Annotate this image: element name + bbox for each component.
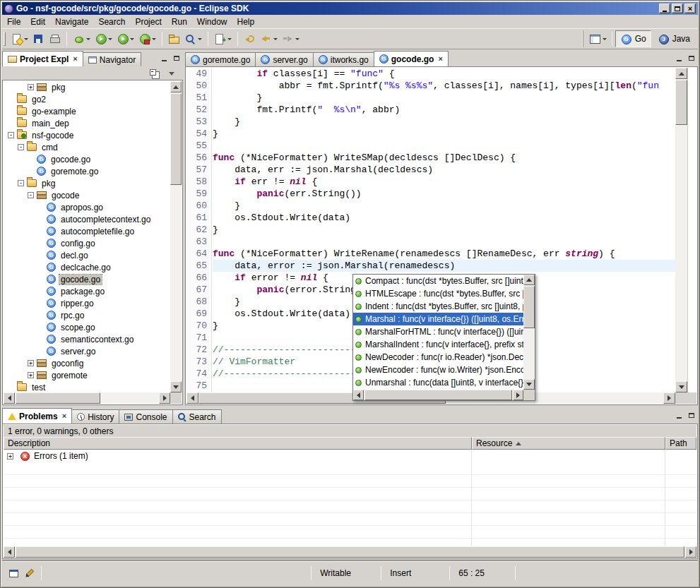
editor-tab-server-go[interactable]: server.go <box>255 52 313 66</box>
fast-view-button[interactable] <box>6 567 22 580</box>
tree-item-pkg[interactable]: -pkg <box>4 177 170 189</box>
view-tab-navigator[interactable]: Navigator <box>83 52 141 66</box>
view-tab-console[interactable]: Console <box>119 409 172 424</box>
dropdown-arrow-icon[interactable] <box>108 38 112 40</box>
menu-window[interactable]: Window <box>192 16 232 28</box>
tree-item-cmd[interactable]: -cmd <box>4 141 170 153</box>
editor-maximize-button[interactable] <box>686 54 696 63</box>
perspective-java[interactable]: Java <box>653 30 695 47</box>
tree-item-test[interactable]: test <box>4 381 170 392</box>
completion-newdecoder[interactable]: NewDecoder : func(r io.Reader) *json.Dec… <box>353 351 523 364</box>
scroll-down-button[interactable] <box>523 379 535 390</box>
back-button[interactable] <box>258 30 280 47</box>
title-bar[interactable]: Go - nsf-gocode/src/pkg/gocode/gocode.go… <box>2 2 698 15</box>
code-line-49[interactable]: if classes[i] == "func" { <box>213 68 675 80</box>
dropdown-arrow-icon[interactable] <box>130 38 134 40</box>
code-line-57[interactable]: data, err := json.Marshal(decldescs) <box>213 164 675 176</box>
scroll-up-button[interactable] <box>675 68 687 79</box>
scrollbar-thumb[interactable] <box>364 390 512 400</box>
scroll-down-button[interactable] <box>675 381 687 392</box>
completion-marshalindent[interactable]: MarshalIndent : func(v interface{}, pref… <box>353 338 523 351</box>
view-tab-problems[interactable]: Problems× <box>2 408 72 424</box>
maximize-button[interactable] <box>672 4 683 13</box>
popup-horizontal-scrollbar[interactable] <box>353 390 523 400</box>
editor-tab-itworks-go[interactable]: itworks.go <box>313 52 374 66</box>
scroll-up-button[interactable] <box>170 81 182 92</box>
problems-row[interactable]: +Errors (1 item) <box>4 450 696 462</box>
toolbar-grip[interactable] <box>4 32 6 46</box>
run-button[interactable] <box>93 30 114 47</box>
tree-item-semanticcontext-go[interactable]: semanticcontext.go <box>4 333 170 345</box>
dropdown-arrow-icon[interactable] <box>603 38 607 40</box>
close-icon[interactable]: × <box>62 412 66 420</box>
column-header-resource[interactable]: Resource <box>472 437 665 450</box>
collapse-all-button[interactable] <box>146 67 162 80</box>
scroll-up-button[interactable] <box>523 275 535 285</box>
view-tab-history[interactable]: History <box>71 409 119 424</box>
tree-item-goconfig[interactable]: +goconfig <box>4 357 170 369</box>
tree-item-declcache-go[interactable]: declcache.go <box>4 261 170 273</box>
view-maximize-button[interactable] <box>171 54 182 63</box>
menu-project[interactable]: Project <box>130 16 166 28</box>
menu-navigate[interactable]: Navigate <box>50 16 93 28</box>
editor-tab-gocode-go[interactable]: gocode.go× <box>374 51 449 66</box>
external-tools-button[interactable] <box>136 30 158 47</box>
tree-item-rpc-go[interactable]: rpc.go <box>4 309 170 321</box>
overview-ruler[interactable] <box>687 68 696 392</box>
run-history-button[interactable] <box>114 30 136 47</box>
code-line-62[interactable]: } <box>213 224 675 236</box>
tree-item-gocode-go[interactable]: gocode.go <box>4 153 170 165</box>
completion-marshal[interactable]: Marshal : func(v interface{}) ([]uint8, … <box>353 313 523 325</box>
code-line-51[interactable]: } <box>213 92 675 104</box>
tree-item-package-go[interactable]: package.go <box>4 285 170 297</box>
completion-indent[interactable]: Indent : func(dst *bytes.Buffer, src []u… <box>353 300 523 313</box>
scroll-down-button[interactable] <box>170 381 182 392</box>
dropdown-arrow-icon[interactable] <box>227 38 232 40</box>
dropdown-arrow-icon[interactable] <box>24 38 28 40</box>
completion-compact[interactable]: Compact : func(dst *bytes.Buffer, src []… <box>353 275 523 287</box>
tree-item-scope-go[interactable]: scope.go <box>4 321 170 333</box>
code-line-61[interactable]: os.Stdout.Write(data) <box>213 212 675 224</box>
view-maximize-button[interactable] <box>686 411 696 420</box>
completion-newencoder[interactable]: NewEncoder : func(w io.Writer) *json.Enc… <box>353 364 523 376</box>
scroll-right-button[interactable] <box>663 392 675 404</box>
code-line-65[interactable]: data, error := json.Marshal(renamedescs) <box>213 260 675 272</box>
perspective-go[interactable]: Go <box>615 30 651 47</box>
tree-item-decl-go[interactable]: decl.go <box>4 249 170 261</box>
editor-tab-goremote-go[interactable]: goremote.go <box>185 52 256 66</box>
scroll-left-button[interactable] <box>353 390 364 400</box>
tree-item-main-dep[interactable]: main_dep <box>4 117 170 129</box>
view-minimize-button[interactable] <box>674 411 684 420</box>
code-line-50[interactable]: abbr = fmt.Sprintf("%s %s%s", classes[i]… <box>213 80 675 92</box>
tree-item-config-go[interactable]: config.go <box>4 237 170 249</box>
debug-button[interactable] <box>71 30 93 47</box>
scrollbar-thumb[interactable] <box>170 93 182 185</box>
tree-item-gocode-go[interactable]: gocode.go <box>4 273 170 285</box>
view-minimize-button[interactable] <box>159 54 170 63</box>
tree-item-go-example[interactable]: go-example <box>4 105 170 117</box>
tree-item-goremote-go[interactable]: goremote.go <box>4 165 170 177</box>
tree-item-gocode[interactable]: -gocode <box>4 189 170 201</box>
close-button[interactable]: × <box>684 4 696 13</box>
editor-minimize-button[interactable] <box>674 54 684 63</box>
dropdown-arrow-icon[interactable] <box>152 38 156 40</box>
popup-vertical-scrollbar[interactable] <box>523 275 535 390</box>
completion-marshalforhtml[interactable]: MarshalForHTML : func(v interface{}) ([]… <box>353 325 523 338</box>
code-line-63[interactable] <box>213 236 675 248</box>
menu-run[interactable]: Run <box>167 16 192 28</box>
tree-item-autocompletefile-go[interactable]: autocompletefile.go <box>4 225 170 237</box>
dropdown-arrow-icon[interactable] <box>273 38 278 40</box>
close-icon[interactable]: × <box>73 55 77 63</box>
view-menu-button[interactable] <box>164 67 180 80</box>
scroll-right-button[interactable] <box>159 392 170 404</box>
tree-item-go2[interactable]: go2 <box>4 93 170 105</box>
scroll-right-button[interactable] <box>513 390 523 400</box>
code-line-55[interactable] <box>213 140 675 152</box>
expand-icon[interactable]: + <box>7 453 13 460</box>
tree-item-nsf-gocode[interactable]: -nsf-gocode <box>4 129 170 141</box>
menu-file[interactable]: File <box>2 16 25 28</box>
close-icon[interactable]: × <box>438 55 442 63</box>
dropdown-arrow-icon[interactable] <box>86 38 90 40</box>
forward-button[interactable] <box>280 30 302 47</box>
completion-unmarshal[interactable]: Unmarshal : func(data []uint8, v interfa… <box>353 376 523 389</box>
